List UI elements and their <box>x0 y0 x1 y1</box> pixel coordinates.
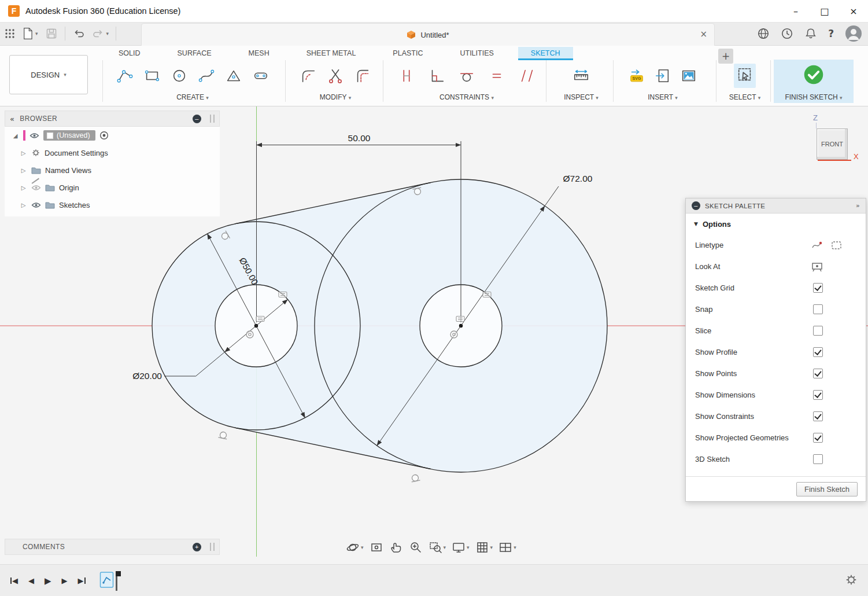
ribbon-tab-surface[interactable]: SURFACE <box>165 47 224 60</box>
zoom-window-button[interactable]: ▾ <box>429 540 446 554</box>
trim-tool-icon[interactable] <box>327 67 344 84</box>
origin-visibility-eye-off-icon[interactable] <box>31 185 41 191</box>
viewports-button[interactable]: ▾ <box>498 540 516 554</box>
collapsed-arrow-icon[interactable]: ▷ <box>20 185 27 191</box>
maximize-button[interactable]: □ <box>810 0 839 22</box>
rectangle-tool-icon[interactable] <box>143 67 161 84</box>
timeline-sketch-feature[interactable] <box>99 571 117 591</box>
offset-tool-icon[interactable] <box>354 67 371 84</box>
constraint-parallel-icon[interactable] <box>518 67 535 84</box>
constraint-tangent-icon[interactable] <box>458 67 475 84</box>
constraint-equal-icon[interactable] <box>488 67 505 84</box>
select-dropdown[interactable]: SELECT ▾ <box>721 93 769 101</box>
inspect-dropdown[interactable]: INSPECT ▾ <box>552 93 610 101</box>
timeline-go-to-end-button[interactable]: ▶ <box>77 575 87 586</box>
document-tab[interactable]: Untitled* × <box>141 23 715 46</box>
collapsed-arrow-icon[interactable]: ▷ <box>20 202 27 208</box>
3d-sketch-checkbox[interactable] <box>813 454 823 464</box>
show-profile-checkbox[interactable] <box>813 347 823 357</box>
browser-item-document-settings[interactable]: ▷ Document Settings <box>5 144 220 161</box>
browser-drag-grip[interactable] <box>210 115 215 123</box>
finish-sketch-button[interactable]: Finish Sketch <box>796 482 858 496</box>
help-icon[interactable]: ? <box>828 28 834 39</box>
web-home-icon[interactable] <box>757 27 770 40</box>
finish-sketch-dropdown[interactable]: FINISH SKETCH ▾ <box>774 93 854 101</box>
ribbon-tab-mesh[interactable]: MESH <box>236 47 282 60</box>
finish-sketch-icon[interactable] <box>802 63 825 86</box>
new-tab-button[interactable]: + <box>718 49 733 64</box>
browser-root-row[interactable]: ◢ (Unsaved) <box>5 127 220 144</box>
job-status-clock-icon[interactable] <box>781 27 793 40</box>
snap-checkbox[interactable] <box>813 304 823 314</box>
create-dropdown[interactable]: CREATE ▾ <box>106 93 279 101</box>
display-settings-button[interactable]: ▾ <box>452 540 470 554</box>
sketches-visibility-eye-icon[interactable] <box>31 202 41 208</box>
measure-tool-icon[interactable] <box>572 67 590 84</box>
comments-drag-grip[interactable] <box>210 543 215 551</box>
insert-image-icon[interactable] <box>680 67 697 84</box>
centerline-linetype-icon[interactable] <box>831 240 843 251</box>
timeline-step-forward-button[interactable]: ▶ <box>61 575 69 586</box>
browser-item-origin[interactable]: ▷ Origin <box>5 179 220 196</box>
select-tool-icon[interactable] <box>736 66 754 83</box>
orbit-button[interactable]: ▾ <box>346 540 364 554</box>
polygon-tool-icon[interactable] <box>225 67 242 84</box>
construction-linetype-icon[interactable] <box>811 240 823 251</box>
look-at-icon[interactable] <box>811 262 823 272</box>
ribbon-tab-sheet-metal[interactable]: SHEET METAL <box>294 47 369 60</box>
ribbon-tab-utilities[interactable]: UTILITIES <box>447 47 506 60</box>
ribbon-tab-sketch[interactable]: SKETCH <box>518 47 573 60</box>
fillet-tool-icon[interactable] <box>300 67 317 84</box>
undo-icon[interactable] <box>72 27 85 40</box>
browser-item-sketches[interactable]: ▷ Sketches <box>5 196 220 214</box>
constraint-horizontal-vertical-icon[interactable] <box>398 67 415 84</box>
modify-dropdown[interactable]: MODIFY ▾ <box>289 93 382 101</box>
insert-dxf-icon[interactable] <box>654 67 671 84</box>
pan-button[interactable] <box>389 540 403 554</box>
constraints-dropdown[interactable]: CONSTRAINTS ▾ <box>394 93 539 101</box>
file-menu-button[interactable]: ▾ <box>22 27 38 40</box>
comments-expand-icon[interactable]: + <box>193 543 201 551</box>
slice-checkbox[interactable] <box>813 326 823 336</box>
grid-and-snaps-button[interactable]: ▾ <box>475 540 493 554</box>
root-document-chip[interactable]: (Unsaved) <box>43 130 95 141</box>
spline-tool-icon[interactable] <box>198 67 215 84</box>
show-dimensions-checkbox[interactable] <box>813 390 823 400</box>
timeline-settings-gear-icon[interactable] <box>845 573 858 588</box>
collapsed-arrow-icon[interactable]: ▷ <box>20 167 27 174</box>
zoom-button[interactable] <box>409 540 423 554</box>
collapsed-arrow-icon[interactable]: ▷ <box>20 150 27 156</box>
root-visibility-eye-icon[interactable] <box>29 133 39 139</box>
redo-button[interactable]: ▾ <box>92 27 109 40</box>
sketch-palette-header[interactable]: – SKETCH PALETTE » <box>686 198 866 214</box>
slot-tool-icon[interactable] <box>252 67 269 84</box>
ribbon-tab-plastic[interactable]: PLASTIC <box>380 47 435 60</box>
browser-item-named-views[interactable]: ▷ Named Views <box>5 161 220 179</box>
timeline-playhead[interactable] <box>116 571 117 591</box>
show-points-checkbox[interactable] <box>813 369 823 378</box>
notifications-bell-icon[interactable] <box>804 27 817 40</box>
activate-radio-icon[interactable] <box>99 131 109 140</box>
constraint-perpendicular-icon[interactable] <box>428 67 445 84</box>
tab-close-icon[interactable]: × <box>700 29 707 39</box>
show-projected-geometries-checkbox[interactable] <box>813 433 823 443</box>
app-grid-menu-icon[interactable] <box>5 28 15 39</box>
browser-header[interactable]: « BROWSER – <box>5 111 220 127</box>
minimize-button[interactable]: – <box>781 0 810 22</box>
line-tool-icon[interactable] <box>116 67 134 84</box>
save-icon[interactable] <box>45 27 58 40</box>
look-at-button[interactable] <box>370 540 383 554</box>
palette-expand-icon[interactable]: » <box>856 202 860 209</box>
design-workspace-button[interactable]: DESIGN ▾ <box>9 55 88 94</box>
timeline-go-to-start-button[interactable]: ◀ <box>9 575 19 586</box>
sketch-grid-checkbox[interactable] <box>813 283 823 293</box>
viewcube-front-face[interactable]: FRONT <box>817 128 848 160</box>
browser-minimize-icon[interactable]: – <box>193 115 201 123</box>
comments-header[interactable]: COMMENTS + <box>5 539 220 555</box>
ribbon-tab-solid[interactable]: SOLID <box>106 47 153 60</box>
show-constraints-checkbox[interactable] <box>813 411 823 421</box>
circle-tool-icon[interactable] <box>171 67 188 84</box>
timeline-step-back-button[interactable]: ◀ <box>27 575 35 586</box>
palette-minimize-icon[interactable]: – <box>692 201 700 210</box>
user-avatar[interactable] <box>845 25 862 42</box>
